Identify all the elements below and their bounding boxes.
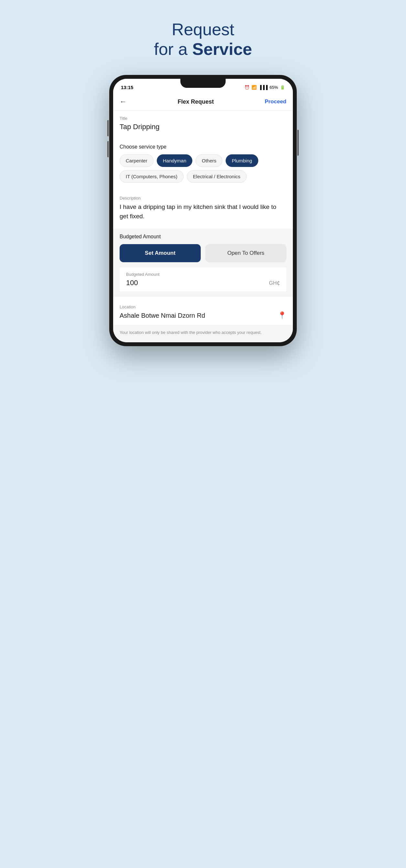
nav-title: Flex Request	[177, 98, 214, 105]
title-section: Title Tap Dripping	[113, 111, 293, 136]
back-button[interactable]: ←	[120, 97, 127, 106]
chip-plumbing[interactable]: Plumbing	[226, 154, 258, 167]
location-row: Ashale Botwe Nmai Dzorn Rd 📍	[120, 311, 286, 320]
chip-handyman[interactable]: Handyman	[157, 154, 193, 167]
location-pin-icon[interactable]: 📍	[278, 311, 286, 320]
wifi-icon: 📶	[252, 85, 257, 90]
status-time: 13:15	[121, 85, 133, 90]
signal-icon: ▐▐▐	[259, 85, 268, 90]
chip-it[interactable]: IT (Computers, Phones)	[120, 170, 183, 183]
page-title-line2: for a Service	[154, 39, 252, 59]
location-value: Ashale Botwe Nmai Dzorn Rd	[120, 312, 205, 319]
volume-down-button	[107, 141, 109, 157]
chip-carpenter[interactable]: Carpenter	[120, 154, 153, 167]
service-type-label: Choose service type	[120, 144, 286, 150]
proceed-button[interactable]: Proceed	[265, 98, 286, 105]
chip-others[interactable]: Others	[196, 154, 223, 167]
nav-bar: ← Flex Request Proceed	[113, 93, 293, 111]
footer-note-text: Your location will only be shared with t…	[120, 330, 262, 335]
budget-buttons: Set Amount Open To Offers	[120, 244, 286, 262]
description-value: I have a dripping tap in my kitchen sink…	[120, 203, 286, 221]
power-button	[297, 130, 299, 156]
currency-label: GH₵	[269, 280, 280, 286]
budget-amount[interactable]: 100	[126, 279, 138, 287]
budget-section-label: Budgeted Amount	[120, 234, 286, 240]
description-section: Description I have a dripping tap in my …	[113, 190, 293, 226]
budget-section: Budgeted Amount Set Amount Open To Offer…	[113, 228, 293, 297]
volume-up-button	[107, 120, 109, 136]
budget-input-section: Budgeted Amount 100 GH₵	[120, 268, 286, 291]
budget-input-label: Budgeted Amount	[126, 272, 280, 277]
page-title-line1: Request	[154, 20, 252, 39]
chip-electrical[interactable]: Electrical / Electronics	[187, 170, 246, 183]
location-section: Location Ashale Botwe Nmai Dzorn Rd 📍	[113, 299, 293, 325]
notch	[180, 79, 226, 88]
title-label: Title	[120, 116, 286, 121]
page-title-prefix: for a	[154, 40, 192, 58]
open-to-offers-button[interactable]: Open To Offers	[205, 244, 286, 262]
alarm-icon: ⏰	[244, 85, 250, 90]
status-icons: ⏰ 📶 ▐▐▐ 65% 🔋	[244, 85, 285, 90]
phone-screen: 13:15 ⏰ 📶 ▐▐▐ 65% 🔋 ← Flex Request Proce…	[113, 79, 293, 342]
service-type-section: Choose service type Carpenter Handyman O…	[113, 139, 293, 188]
location-label: Location	[120, 305, 286, 309]
title-value: Tap Dripping	[120, 123, 286, 131]
description-label: Description	[120, 196, 286, 200]
page-title-bold: Service	[192, 40, 252, 58]
budget-input-row: 100 GH₵	[126, 279, 280, 287]
status-bar: 13:15 ⏰ 📶 ▐▐▐ 65% 🔋	[113, 79, 293, 93]
battery-icon: 🔋	[280, 85, 285, 90]
battery-level: 65%	[269, 85, 278, 90]
phone-frame: 13:15 ⏰ 📶 ▐▐▐ 65% 🔋 ← Flex Request Proce…	[109, 75, 297, 346]
set-amount-button[interactable]: Set Amount	[120, 244, 201, 262]
footer-note: Your location will only be shared with t…	[113, 325, 293, 342]
page-header: Request for a Service	[154, 20, 252, 59]
service-chips: Carpenter Handyman Others Plumbing IT (C…	[120, 154, 286, 183]
